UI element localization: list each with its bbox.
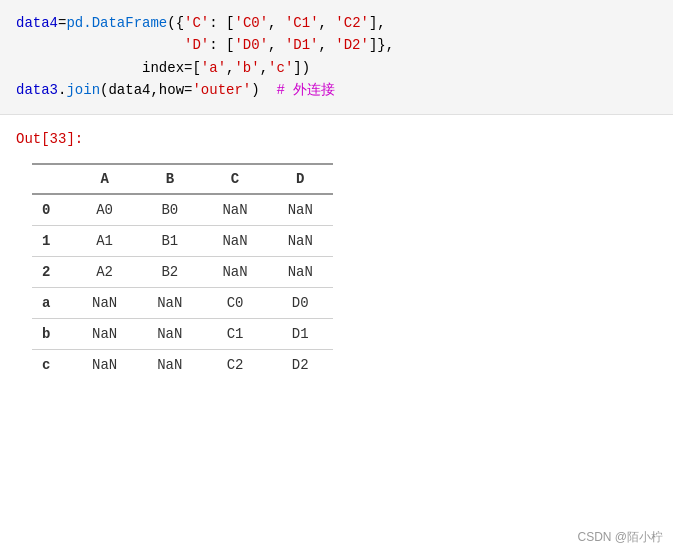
dataframe-table: A B C D 0A0B0NaNNaN1A1B1NaNNaN2A2B2NaNNa… [32, 163, 333, 380]
table-cell: NaN [137, 349, 202, 380]
table-row: 0A0B0NaNNaN [32, 194, 333, 226]
row-index-cell: c [32, 349, 72, 380]
table-cell: NaN [202, 256, 267, 287]
code-line-3: index=['a','b','c']) [16, 57, 657, 79]
table-header-row: A B C D [32, 164, 333, 194]
output-section: Out[33]: A B C D 0A0B0NaNNaN1A1B1NaNNaN2… [0, 115, 673, 388]
table-cell: C2 [202, 349, 267, 380]
table-cell: NaN [72, 287, 137, 318]
table-cell: C0 [202, 287, 267, 318]
row-index-cell: 2 [32, 256, 72, 287]
col-header-C: C [202, 164, 267, 194]
code-line-4: data3.join(data4,how='outer') # 外连接 [16, 79, 657, 101]
table-cell: NaN [268, 256, 333, 287]
table-cell: B0 [137, 194, 202, 226]
col-header-D: D [268, 164, 333, 194]
table-cell: NaN [202, 225, 267, 256]
table-cell: A0 [72, 194, 137, 226]
table-cell: NaN [137, 318, 202, 349]
table-cell: B1 [137, 225, 202, 256]
table-cell: NaN [72, 318, 137, 349]
row-index-cell: b [32, 318, 72, 349]
code-line-1: data4=pd.DataFrame({'C': ['C0', 'C1', 'C… [16, 12, 657, 34]
table-cell: D2 [268, 349, 333, 380]
table-cell: A1 [72, 225, 137, 256]
table-row: bNaNNaNC1D1 [32, 318, 333, 349]
dataframe-container: A B C D 0A0B0NaNNaN1A1B1NaNNaN2A2B2NaNNa… [16, 163, 657, 380]
table-cell: NaN [268, 225, 333, 256]
table-row: aNaNNaNC0D0 [32, 287, 333, 318]
table-cell: NaN [137, 287, 202, 318]
table-cell: D1 [268, 318, 333, 349]
col-header-A: A [72, 164, 137, 194]
code-block: data4=pd.DataFrame({'C': ['C0', 'C1', 'C… [0, 0, 673, 115]
table-cell: NaN [268, 194, 333, 226]
col-header-B: B [137, 164, 202, 194]
row-index-cell: a [32, 287, 72, 318]
table-row: 2A2B2NaNNaN [32, 256, 333, 287]
table-row: 1A1B1NaNNaN [32, 225, 333, 256]
table-cell: NaN [72, 349, 137, 380]
out-label: Out[33]: [16, 131, 657, 147]
row-index-cell: 1 [32, 225, 72, 256]
code-line-2: 'D': ['D0', 'D1', 'D2']}, [16, 34, 657, 56]
table-cell: A2 [72, 256, 137, 287]
table-row: cNaNNaNC2D2 [32, 349, 333, 380]
table-cell: B2 [137, 256, 202, 287]
table-cell: D0 [268, 287, 333, 318]
table-cell: NaN [202, 194, 267, 226]
watermark: CSDN @陌小柠 [577, 529, 663, 546]
table-cell: C1 [202, 318, 267, 349]
row-index-cell: 0 [32, 194, 72, 226]
col-header-index [32, 164, 72, 194]
